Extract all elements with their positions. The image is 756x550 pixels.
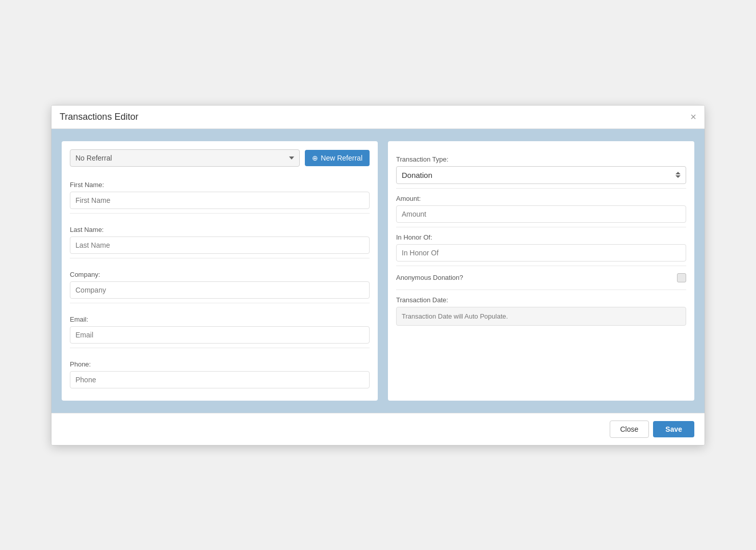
last-name-input[interactable] [70, 237, 370, 254]
right-panel: Transaction Type: Donation Payment Refun… [388, 141, 694, 401]
amount-label: Amount: [396, 189, 686, 205]
company-input[interactable] [70, 281, 370, 299]
left-panel: No Referral ⊕ New Referral First Name: L… [62, 141, 378, 401]
in-honor-of-label: In Honor Of: [396, 227, 686, 244]
new-referral-plus-icon: ⊕ [312, 154, 318, 162]
first-name-group: First Name: [70, 175, 370, 213]
last-name-group: Last Name: [70, 213, 370, 258]
last-name-label: Last Name: [70, 220, 370, 233]
phone-group: Phone: [70, 348, 370, 392]
close-button[interactable]: Close [610, 421, 649, 438]
anonymous-donation-checkbox[interactable] [677, 273, 686, 282]
transaction-date-label: Transaction Date: [396, 290, 686, 307]
transaction-date-section: Transaction Date: [396, 290, 686, 330]
modal-header: Transactions Editor × [51, 106, 705, 129]
modal-title: Transactions Editor [60, 112, 138, 122]
anonymous-section: Anonymous Donation? [396, 266, 686, 290]
anonymous-row: Anonymous Donation? [396, 266, 686, 290]
transactions-editor-modal: Transactions Editor × No Referral ⊕ New … [51, 105, 705, 446]
referral-select[interactable]: No Referral [70, 149, 300, 167]
modal-body: No Referral ⊕ New Referral First Name: L… [51, 129, 705, 413]
close-icon[interactable]: × [690, 112, 696, 122]
transaction-type-label: Transaction Type: [396, 149, 686, 166]
email-label: Email: [70, 309, 370, 323]
first-name-label: First Name: [70, 175, 370, 189]
in-honor-of-input[interactable] [396, 244, 686, 261]
new-referral-label: New Referral [321, 154, 362, 162]
referral-row: No Referral ⊕ New Referral [70, 149, 370, 167]
email-input[interactable] [70, 326, 370, 344]
phone-input[interactable] [70, 371, 370, 388]
transaction-date-input [396, 307, 686, 326]
transaction-type-select[interactable]: Donation Payment Refund [396, 166, 686, 184]
amount-section: Amount: [396, 188, 686, 227]
company-label: Company: [70, 265, 370, 278]
transaction-type-section: Transaction Type: Donation Payment Refun… [396, 149, 686, 188]
first-name-input[interactable] [70, 192, 370, 209]
company-group: Company: [70, 258, 370, 303]
modal-footer: Close Save [51, 413, 705, 445]
email-group: Email: [70, 303, 370, 348]
new-referral-button[interactable]: ⊕ New Referral [305, 150, 370, 166]
anonymous-donation-label: Anonymous Donation? [396, 274, 463, 281]
amount-input[interactable] [396, 205, 686, 223]
phone-label: Phone: [70, 354, 370, 368]
save-button[interactable]: Save [653, 421, 694, 437]
in-honor-of-section: In Honor Of: [396, 227, 686, 266]
